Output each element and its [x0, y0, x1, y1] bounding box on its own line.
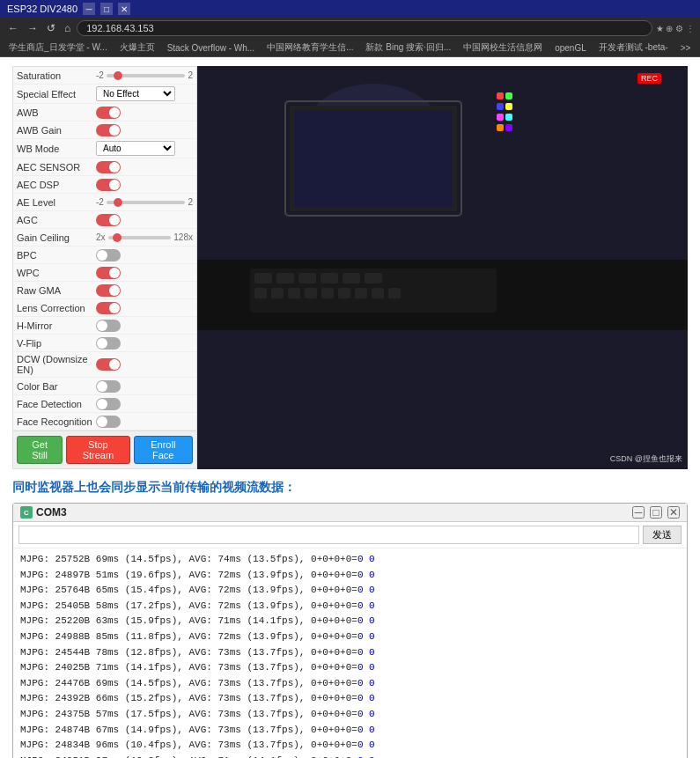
h-mirror-row: H-Mirror: [13, 317, 196, 335]
bookmark-3[interactable]: 中国网络教育学生信...: [263, 40, 357, 55]
gain-ceiling-thumb[interactable]: [113, 233, 122, 242]
terminal-minimize-button[interactable]: ─: [632, 506, 645, 519]
home-button[interactable]: ⌂: [62, 21, 73, 35]
video-overlay: CSDN @捏鱼也报来 REC: [197, 66, 688, 469]
v-flip-label: V-Flip: [17, 338, 96, 349]
back-button[interactable]: ←: [5, 21, 21, 35]
face-recognition-label: Face Recognition: [17, 416, 96, 427]
aec-sensor-toggle[interactable]: [96, 161, 121, 173]
svg-rect-17: [298, 273, 316, 283]
terminal-line: MJPG: 24874B 67ms (14.9fps), AVG: 73ms (…: [20, 723, 680, 739]
refresh-button[interactable]: ↺: [44, 21, 58, 35]
section-heading: 同时监视器上也会同步显示当前传输的视频流数据：: [12, 480, 688, 496]
terminal-zero: 0 0: [357, 585, 375, 595]
saturation-slider[interactable]: -2 2: [96, 70, 193, 80]
svg-rect-5: [505, 103, 512, 110]
awb-gain-label: AWB Gain: [17, 125, 96, 136]
agc-label: AGC: [17, 215, 96, 225]
terminal-window: C COM3 ─ □ ✕ 发送 MJPG: 25752B 69ms (14.5f…: [12, 503, 688, 758]
wpc-label: WPC: [17, 268, 96, 278]
svg-rect-23: [288, 288, 300, 298]
awb-gain-row: AWB Gain: [13, 121, 196, 139]
svg-rect-2: [497, 92, 504, 99]
terminal-zero: 0 0: [357, 631, 375, 642]
aec-dsp-toggle[interactable]: [96, 179, 121, 191]
terminal-line: MJPG: 24834B 96ms (10.4fps), AVG: 73ms (…: [20, 738, 680, 754]
terminal-maximize-button[interactable]: □: [650, 506, 662, 519]
gain-ceiling-slider[interactable]: 2x 128x: [96, 232, 193, 242]
terminal-zero: 0 0: [357, 600, 375, 611]
ae-level-slider[interactable]: -2 2: [96, 197, 193, 207]
color-bar-row: Color Bar: [13, 378, 196, 395]
terminal-line: MJPG: 25764B 65ms (15.4fps), AVG: 72ms (…: [20, 583, 680, 599]
agc-toggle[interactable]: [96, 214, 121, 226]
browser-icons: ★ ⊕ ⚙ ⋮: [656, 24, 695, 33]
forward-button[interactable]: →: [25, 21, 41, 35]
awb-gain-toggle[interactable]: [96, 124, 121, 136]
bookmark-2[interactable]: Stack Overflow - Wh...: [164, 42, 258, 54]
svg-rect-22: [271, 288, 284, 298]
special-effect-select[interactable]: No Effect Negative Grayscale: [96, 86, 175, 101]
bookmark-5[interactable]: 中国网校生活信息网: [460, 40, 546, 55]
ae-level-thumb[interactable]: [114, 198, 122, 207]
dcw-label: DCW (Downsize EN): [17, 354, 96, 375]
lens-correction-toggle[interactable]: [96, 302, 121, 314]
ae-level-row: AE Level -2 2: [13, 194, 196, 211]
send-button[interactable]: 发送: [643, 526, 682, 544]
minimize-button[interactable]: ─: [83, 3, 95, 15]
h-mirror-toggle[interactable]: [96, 320, 121, 332]
aec-dsp-row: AEC DSP: [13, 176, 196, 194]
svg-rect-26: [338, 288, 350, 298]
bookmark-1[interactable]: 火爆主页: [116, 40, 158, 55]
terminal-zero: 0 0: [357, 725, 375, 735]
svg-rect-3: [505, 92, 512, 99]
bookmark-4[interactable]: 新款 Bing 搜索·回归...: [362, 40, 454, 55]
enroll-face-button[interactable]: Enroll Face: [134, 436, 193, 464]
svg-rect-25: [321, 288, 334, 298]
face-detection-toggle[interactable]: [96, 398, 121, 410]
bpc-toggle[interactable]: [96, 249, 121, 261]
bookmark-0[interactable]: 学生商店_日发学堂 - W...: [5, 40, 111, 55]
v-flip-toggle[interactable]: [96, 337, 121, 350]
terminal-line: MJPG: 25405B 58ms (17.2fps), AVG: 72ms (…: [20, 599, 680, 614]
app-title: ESP32 DIV2480: [7, 4, 77, 14]
video-background-svg: [197, 66, 688, 469]
terminal-output[interactable]: MJPG: 25752B 69ms (14.5fps), AVG: 74ms (…: [13, 548, 687, 758]
dcw-row: DCW (Downsize EN): [13, 352, 196, 378]
svg-rect-24: [305, 288, 317, 298]
terminal-icon: C: [20, 506, 33, 519]
svg-rect-8: [497, 124, 504, 131]
get-still-button[interactable]: Get Still: [17, 436, 63, 464]
terminal-line: MJPG: 24025B 71ms (14.1fps), AVG: 73ms (…: [20, 660, 680, 676]
close-button[interactable]: ✕: [118, 3, 130, 15]
wb-mode-row: WB Mode Auto Sunny Cloudy: [13, 139, 196, 158]
terminal-zero: 0 0: [357, 709, 375, 719]
aec-sensor-label: AEC SENSOR: [17, 162, 96, 173]
terminal-zero: 0 0: [357, 740, 375, 750]
maximize-button[interactable]: □: [100, 3, 113, 15]
color-bar-toggle[interactable]: [96, 380, 121, 393]
bookmark-7[interactable]: 开发者测试 -beta-: [595, 40, 672, 55]
terminal-line: MJPG: 24392B 66ms (15.2fps), AVG: 73ms (…: [20, 691, 680, 707]
raw-gma-toggle[interactable]: [96, 284, 121, 297]
bookmark-6[interactable]: openGL: [551, 42, 590, 54]
saturation-row: Saturation -2 2: [13, 67, 196, 85]
terminal-close-button[interactable]: ✕: [667, 506, 680, 519]
bookmark-other[interactable]: >>: [677, 42, 695, 54]
face-recognition-toggle[interactable]: [96, 416, 121, 428]
stop-stream-button[interactable]: Stop Stream: [66, 436, 129, 464]
terminal-line: MJPG: 24476B 69ms (14.5fps), AVG: 73ms (…: [20, 676, 680, 692]
terminal-line: MJPG: 24897B 51ms (19.6fps), AVG: 72ms (…: [20, 568, 680, 584]
awb-toggle[interactable]: [96, 107, 121, 119]
svg-rect-21: [254, 288, 267, 298]
address-bar[interactable]: [77, 20, 652, 36]
terminal-zero: 0 0: [357, 662, 375, 673]
svg-rect-18: [321, 273, 338, 283]
terminal-input-field[interactable]: [18, 526, 639, 544]
dcw-toggle[interactable]: [96, 358, 121, 371]
wpc-toggle[interactable]: [96, 267, 121, 279]
saturation-thumb[interactable]: [114, 71, 122, 80]
browser-nav-row: ← → ↺ ⌂ ★ ⊕ ⚙ ⋮: [0, 18, 700, 39]
terminal-zero: 0 0: [357, 678, 375, 688]
wb-mode-select[interactable]: Auto Sunny Cloudy: [96, 141, 175, 156]
